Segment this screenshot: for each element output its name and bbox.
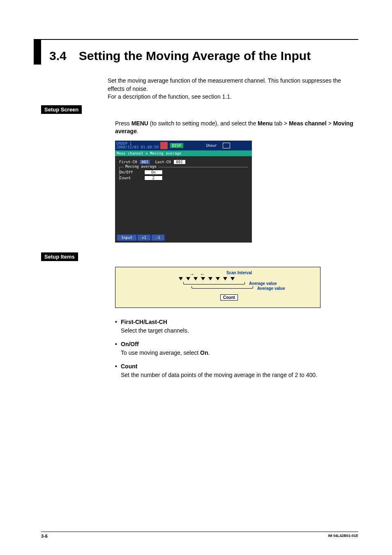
doc-id: IM 04L42B01-01E (328, 534, 358, 539)
txt: . (137, 128, 138, 134)
intro-p2: For a description of the function, see s… (108, 93, 354, 101)
triangle-icon (194, 277, 198, 280)
scan-interval-label: Scan Interval (226, 271, 252, 275)
item-heading-onoff: •On/Off (115, 340, 353, 349)
count-box: Count (220, 294, 238, 301)
ss-timestamp: 2008/12/03 01:08:59 (116, 146, 159, 149)
firstch-value[interactable]: 001 (139, 160, 150, 164)
section-title: Setting the Moving Average of the Input (79, 49, 311, 63)
plus-one-button[interactable]: +1 (137, 234, 151, 241)
page-footer: 3-6 IM 04L42B01-01E (41, 532, 358, 539)
triangle-icon (179, 277, 183, 280)
menu-bold: MENU (131, 120, 148, 127)
page-number: 3-6 (41, 534, 48, 539)
section-number: 3.4 (49, 49, 67, 63)
txt: (to switch to setting mode), and select … (148, 120, 258, 127)
ss-footer: Input +1 -1 (117, 234, 165, 241)
triangle-icon (231, 277, 235, 280)
item-heading-firstch: •First-CH/Last-CH (115, 318, 353, 326)
intro-text: Set the moving average function of the m… (108, 77, 354, 101)
lastch-value[interactable]: 001 (173, 160, 186, 164)
triangle-icon (223, 277, 227, 280)
disp-badge: DISP (170, 143, 183, 148)
setup-items-label: Setup Items (41, 252, 78, 261)
ss-group: GROUP 1 2008/12/03 01:08:59 (116, 142, 159, 150)
onoff-label: On/Off (120, 170, 144, 174)
setup-items-block: •First-CH/Last-CH Select the target chan… (115, 318, 353, 379)
setup-screen-label: Setup Screen (41, 105, 82, 114)
ss-breadcrumb: Meas channel > Moving average (115, 150, 252, 156)
device-screenshot: GROUP 1 2008/12/03 01:08:59 DISP 1hour M… (115, 141, 252, 243)
triangle-icon (208, 277, 212, 280)
item-text-count: Set the number of data points of the mov… (121, 371, 353, 379)
onoff-value[interactable]: On (144, 170, 163, 175)
ss-row-channels: First-CH 001 Last-CH 001 (119, 160, 248, 164)
count-label: Count (120, 176, 144, 180)
txt: Press (115, 120, 131, 127)
count-value[interactable]: 2 (144, 176, 163, 180)
section-header: 3.4 Setting the Moving Average of the In… (34, 39, 358, 65)
section-bar (34, 40, 41, 65)
recorder-icon (160, 142, 168, 149)
minus-one-button[interactable]: -1 (151, 234, 165, 241)
lastch-label: Last-CH (155, 160, 171, 164)
input-button[interactable]: Input (117, 234, 137, 241)
intro-p1: Set the moving average function of the m… (108, 77, 354, 93)
meas-bold: Meas channel (289, 120, 327, 127)
brace-1 (183, 282, 245, 284)
ss-body: First-CH 001 Last-CH 001 Moving average … (115, 156, 252, 185)
item-heading-count: •Count (115, 362, 353, 371)
item-text-firstch: Select the target channels. (121, 326, 353, 335)
interval-text: 1hour (206, 143, 217, 148)
firstch-label: First-CH (119, 160, 137, 164)
setup-screen-text: Press MENU (to switch to setting mode), … (115, 120, 353, 136)
camera-icon (223, 143, 230, 148)
ss-legend: Moving average (124, 164, 158, 169)
brace-2 (191, 286, 253, 289)
item-text-onoff: To use moving average, select On. (121, 349, 353, 357)
triangle-icon (201, 277, 205, 280)
triangle-icon (186, 277, 190, 280)
triangle-icon (216, 277, 220, 280)
avg-value-label-1: Average value (249, 281, 277, 286)
arrow-left-icon: ← (200, 271, 205, 277)
ss-header: GROUP 1 2008/12/03 01:08:59 DISP 1hour (115, 141, 252, 150)
arrow-right-icon: → (189, 271, 194, 277)
scan-interval-diagram: → ← Scan Interval Average value Average … (115, 267, 321, 308)
avg-value-label-2: Average value (257, 286, 285, 291)
txt: tab > (273, 120, 289, 127)
txt: > (327, 120, 333, 127)
ss-fieldset: Moving average On/Off On Count 2 (119, 167, 248, 180)
menutab-bold: Menu (258, 120, 273, 127)
interval-arrows: → ← (189, 271, 205, 277)
